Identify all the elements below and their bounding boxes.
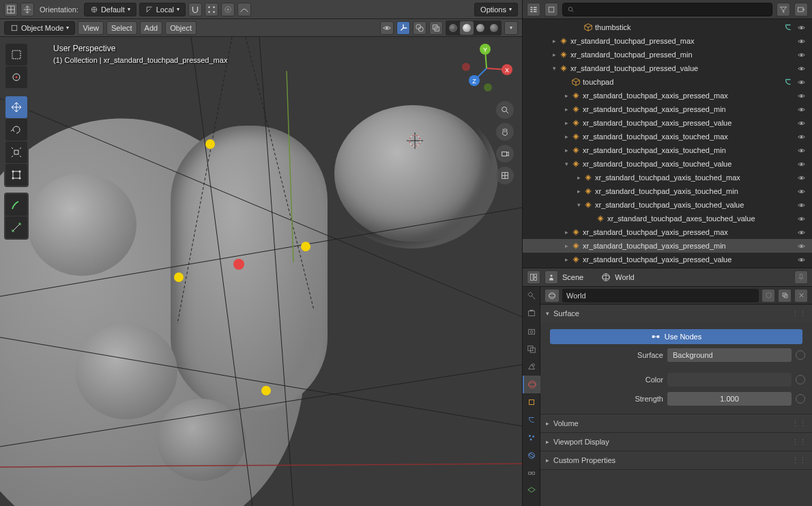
tool-cursor[interactable] xyxy=(5,66,27,88)
outliner-row[interactable]: ▸xr_standard_touchpad_yaxis_pressed_valu… xyxy=(523,253,812,266)
outliner-display-mode[interactable] xyxy=(545,3,558,16)
visibility-toggle[interactable] xyxy=(797,228,809,237)
outliner-tree[interactable]: thumbstick▸xr_standard_touchpad_pressed_… xyxy=(523,19,812,268)
snap-options[interactable] xyxy=(205,3,218,16)
tab-tool[interactable] xyxy=(523,287,540,305)
tree-expand-toggle[interactable]: ▸ xyxy=(562,106,570,113)
visibility-toggle[interactable] xyxy=(797,78,809,87)
viewport-3d[interactable]: Orientation: Default ▾ Local ▾ Options ▾ xyxy=(0,0,522,506)
shading-rendered[interactable] xyxy=(487,21,501,35)
tree-expand-toggle[interactable]: ▾ xyxy=(562,160,570,167)
shading-material[interactable] xyxy=(474,21,487,35)
outliner-row[interactable]: ▸xr_standard_touchpad_xaxis_touched_min xyxy=(523,143,812,157)
nav-camera[interactable] xyxy=(496,145,514,163)
tool-transform[interactable] xyxy=(5,164,27,186)
outliner-search-input[interactable] xyxy=(577,5,768,14)
mode-dropdown[interactable]: Object Mode ▾ xyxy=(4,21,75,35)
visibility-toggle[interactable] xyxy=(797,51,809,59)
outliner-row[interactable]: ▸xr_standard_touchpad_xaxis_touched_max xyxy=(523,130,812,143)
menu-select[interactable]: Select xyxy=(106,21,137,35)
panel-volume-header[interactable]: ▸ Volume ⋮⋮ xyxy=(540,414,812,432)
outliner-row[interactable]: ▸xr_standard_touchpad_pressed_max xyxy=(523,34,812,48)
visibility-toggle[interactable] xyxy=(797,146,809,155)
proportional-falloff[interactable] xyxy=(237,3,251,16)
outliner-row[interactable]: ▸xr_standard_touchpad_yaxis_touched_min xyxy=(523,184,812,198)
properties-editor-type[interactable] xyxy=(527,270,540,284)
menu-object[interactable]: Object xyxy=(165,21,197,35)
visibility-toggle[interactable] xyxy=(797,255,809,264)
options-dropdown[interactable]: Options ▾ xyxy=(474,3,518,16)
panel-viewport-display-header[interactable]: ▸ Viewport Display ⋮⋮ xyxy=(540,433,812,451)
shading-options[interactable]: ▾ xyxy=(504,21,518,35)
outliner-editor-type[interactable] xyxy=(527,3,540,16)
tree-expand-toggle[interactable]: ▾ xyxy=(550,65,558,72)
tab-world[interactable] xyxy=(523,376,540,393)
visibility-toggle[interactable] xyxy=(797,37,809,46)
tab-output[interactable] xyxy=(523,322,540,340)
tab-viewlayer[interactable] xyxy=(523,340,540,358)
outliner-row[interactable]: xr_standard_touchpad_axes_touched_value xyxy=(523,212,812,225)
visibility-toggle[interactable] xyxy=(797,173,809,182)
tree-expand-toggle[interactable]: ▸ xyxy=(550,51,558,58)
outliner-row[interactable]: ▸xr_standard_touchpad_yaxis_touched_max xyxy=(523,171,812,184)
gizmo-toggle[interactable] xyxy=(396,21,410,35)
tool-scale[interactable] xyxy=(5,141,27,163)
visibility-toggle[interactable] xyxy=(797,214,809,223)
outliner-row[interactable]: ▸xr_standard_touchpad_xaxis_pressed_min xyxy=(523,102,812,116)
outliner-row[interactable]: ▾xr_standard_touchpad_yaxis_touched_valu… xyxy=(523,198,812,212)
pin-icon[interactable] xyxy=(794,270,808,284)
color-prop-value[interactable] xyxy=(667,373,792,386)
nav-zoom[interactable] xyxy=(496,101,514,119)
tree-expand-toggle[interactable]: ▸ xyxy=(575,174,583,181)
prop-keyframe-dot[interactable] xyxy=(796,350,805,360)
proportional-edit-toggle[interactable] xyxy=(221,3,235,16)
tree-expand-toggle[interactable]: ▾ xyxy=(575,201,583,208)
world-data-icon[interactable] xyxy=(545,289,560,303)
tab-data[interactable] xyxy=(523,482,540,500)
transform-space-dropdown[interactable]: Local ▾ xyxy=(139,3,186,16)
unlink-icon[interactable] xyxy=(794,289,808,303)
strength-prop-value[interactable]: 1.000 xyxy=(667,392,792,406)
nav-gizmo[interactable]: X Y Z xyxy=(459,41,514,96)
snap-toggle[interactable] xyxy=(188,3,202,16)
tree-expand-toggle[interactable]: ▸ xyxy=(562,256,570,263)
shading-solid[interactable] xyxy=(460,21,474,35)
tree-expand-toggle[interactable]: ▸ xyxy=(562,147,570,154)
visibility-toggle[interactable] xyxy=(797,64,809,73)
shading-wireframe[interactable] xyxy=(446,21,460,35)
xray-toggle[interactable] xyxy=(429,21,443,35)
world-name-field[interactable]: World xyxy=(562,289,759,303)
outliner-row[interactable]: ▸xr_standard_touchpad_pressed_min xyxy=(523,48,812,61)
tool-measure[interactable] xyxy=(5,216,27,238)
outliner-filter[interactable] xyxy=(777,3,790,16)
editor-type-dropdown[interactable] xyxy=(4,3,18,16)
tab-modifiers[interactable] xyxy=(523,411,540,429)
tool-move[interactable] xyxy=(5,96,27,118)
tree-expand-toggle[interactable]: ▸ xyxy=(562,120,570,126)
menu-add[interactable]: Add xyxy=(140,21,163,35)
duplicate-icon[interactable] xyxy=(778,289,792,303)
outliner-row[interactable]: ▸xr_standard_touchpad_yaxis_pressed_max xyxy=(523,225,812,239)
tab-constraints[interactable] xyxy=(523,464,540,482)
visibility-toggle[interactable] xyxy=(797,105,809,114)
tree-expand-toggle[interactable]: ▸ xyxy=(575,188,583,195)
tool-annotate[interactable] xyxy=(5,194,27,216)
outliner-row[interactable]: ▸xr_standard_touchpad_yaxis_pressed_min xyxy=(523,239,812,253)
tab-scene[interactable] xyxy=(523,358,540,376)
tree-expand-toggle[interactable]: ▸ xyxy=(562,229,570,236)
visibility-toggle[interactable] xyxy=(797,160,809,169)
outliner-row[interactable]: ▸xr_standard_touchpad_xaxis_pressed_valu… xyxy=(523,116,812,130)
visibility-toggle[interactable] xyxy=(797,132,809,141)
tab-physics[interactable] xyxy=(523,447,540,464)
visibility-toggle[interactable] xyxy=(797,92,809,100)
use-nodes-button[interactable]: Use Nodes xyxy=(550,329,802,344)
surface-prop-value[interactable]: Background xyxy=(667,348,792,362)
visibility-dropdown[interactable] xyxy=(380,21,394,35)
orientation-dropdown[interactable]: Default ▾ xyxy=(84,3,136,16)
outliner-search[interactable] xyxy=(562,3,772,16)
shield-icon[interactable] xyxy=(762,289,775,303)
tab-particles[interactable] xyxy=(523,429,540,447)
transform-gizmo-icon[interactable] xyxy=(20,3,34,16)
tool-rotate[interactable] xyxy=(5,119,27,141)
panel-custom-properties-header[interactable]: ▸ Custom Properties ⋮⋮ xyxy=(540,451,812,469)
